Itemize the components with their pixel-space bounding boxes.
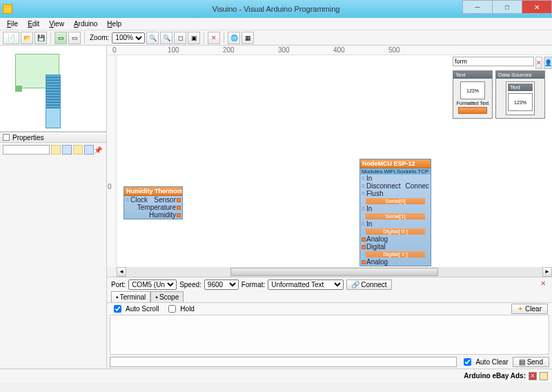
status-bar: Arduino eBay Ads: × — [0, 369, 552, 382]
new-button[interactable]: 📄 — [3, 32, 19, 44]
properties-toolbar: 📌 — [0, 143, 106, 157]
design-preview[interactable] — [0, 46, 106, 132]
ruler-horizontal: 0 100 200 300 400 500 — [107, 46, 552, 55]
zoom-actual-button[interactable]: ▣ — [188, 32, 200, 44]
terminal-panel: Port: COM5 (Unav Speed: 9600 Format: Unf… — [107, 277, 552, 369]
hold-checkbox[interactable]: Hold — [166, 303, 195, 315]
send-icon: ▤ — [519, 358, 525, 366]
zoom-out-button[interactable]: 🔍 — [160, 32, 172, 44]
clear-button[interactable]: ✦Clear — [511, 304, 548, 314]
status-ads-label: Arduino eBay Ads: — [464, 372, 526, 380]
menu-help[interactable]: Help — [103, 19, 126, 28]
pin-icon[interactable]: 📌 — [94, 146, 102, 154]
delete-button[interactable]: ✕ — [208, 32, 220, 44]
canvas-area: 0 100 200 300 400 500 0 Humidity Thermom… — [107, 46, 552, 369]
menu-arduino[interactable]: Arduino — [70, 19, 101, 28]
properties-label: Properties — [12, 134, 44, 141]
canvas-hscroll[interactable]: ◄ ► — [107, 267, 552, 277]
left-panel: Properties 📌 — [0, 46, 107, 369]
clear-icon: ✦ — [518, 305, 523, 313]
zoom-label: Zoom: — [90, 34, 109, 41]
chip-button[interactable]: ▦ — [241, 32, 254, 44]
link-icon: 🔗 — [351, 281, 359, 288]
zoom-region-button[interactable]: ▭ — [68, 32, 81, 44]
scope-icon: ▪ — [155, 293, 158, 301]
menu-file[interactable]: File — [3, 19, 22, 28]
close-button[interactable]: ✕ — [522, 0, 552, 14]
toolbox-search[interactable] — [453, 57, 534, 66]
toolbox-item[interactable]: 123% — [508, 93, 533, 111]
window-titlebar: Visuino - Visual Arduino Programming ─ □… — [0, 0, 552, 18]
tab-terminal[interactable]: ▪Terminal — [111, 291, 150, 302]
toolbox-clear-icon[interactable]: ✕ — [535, 57, 542, 69]
zoom-fit-button[interactable]: ◻ — [174, 32, 186, 44]
prop-icon-1[interactable] — [51, 145, 61, 155]
toolbox-group-text[interactable]: Text 123% Formatted Text — [453, 70, 493, 119]
autoclear-checkbox[interactable]: Auto Clear — [461, 356, 508, 368]
speed-label: Speed: — [179, 281, 201, 288]
status-close-icon[interactable]: × — [529, 372, 537, 380]
terminal-close-icon[interactable]: ✕ — [538, 280, 548, 289]
toolbox-btn1[interactable]: 👤 — [544, 57, 552, 69]
component-title: NodeMCU ESP-12 — [360, 159, 431, 168]
format-select[interactable]: Unformatted Text — [268, 280, 344, 290]
app-icon — [3, 4, 12, 14]
toolbox-group-data[interactable]: Data Sources Text 123% — [495, 70, 545, 119]
component-nodemcu[interactable]: NodeMCU ESP-12 Modules.WiFi.Sockets.TCP … — [359, 159, 431, 266]
zoom-select[interactable]: 100% — [112, 32, 145, 43]
scroll-right-icon[interactable]: ► — [542, 267, 552, 277]
ruler-vertical: 0 — [107, 55, 117, 267]
component-toolbox: ✕ 👤 ⊞ ⊡ Text 123% Formatted Text — [453, 57, 549, 119]
toolbox-item[interactable]: 123% — [460, 81, 485, 99]
status-settings-icon[interactable] — [540, 372, 548, 380]
format-label: Format: — [241, 281, 265, 288]
tab-scope[interactable]: ▪Scope — [150, 291, 184, 302]
terminal-input[interactable] — [110, 357, 457, 367]
properties-header[interactable]: Properties — [0, 132, 106, 143]
prop-icon-3[interactable] — [73, 145, 83, 155]
terminal-output[interactable] — [110, 315, 549, 355]
prop-icon-2[interactable] — [62, 145, 72, 155]
zoom-window-button[interactable]: ▭ — [55, 32, 67, 44]
window-title: Visuino - Visual Arduino Programming — [213, 5, 340, 13]
prop-icon-4[interactable] — [84, 145, 94, 155]
properties-filter[interactable] — [3, 145, 50, 155]
canvas[interactable]: Humidity Thermometer 1 ⎍Clock Sensor Tem… — [117, 55, 552, 267]
menu-edit[interactable]: Edit — [23, 19, 43, 28]
speed-select[interactable]: 9600 — [204, 280, 239, 290]
port-select[interactable]: COM5 (Unav — [128, 280, 177, 290]
save-button[interactable]: 💾 — [34, 32, 47, 44]
port-label: Port: — [111, 281, 126, 288]
menu-view[interactable]: View — [45, 19, 68, 28]
send-button[interactable]: ▤Send — [513, 357, 549, 367]
component-humidity-thermometer[interactable]: Humidity Thermometer 1 ⎍Clock Sensor Tem… — [124, 186, 183, 219]
minimize-button[interactable]: ─ — [462, 0, 493, 14]
connect-button[interactable]: 🔗Connect — [346, 280, 391, 290]
maximize-button[interactable]: □ — [492, 0, 522, 14]
properties-body — [0, 157, 106, 369]
zoom-in-button[interactable]: 🔍 — [146, 32, 159, 44]
web-button[interactable]: 🌐 — [228, 32, 240, 44]
component-title: Humidity Thermometer 1 — [124, 187, 182, 196]
menu-bar: File Edit View Arduino Help — [0, 18, 552, 30]
autoscroll-checkbox[interactable]: Auto Scroll — [111, 303, 159, 315]
scroll-left-icon[interactable]: ◄ — [117, 267, 126, 277]
toolbar: 📄 📂 💾 ▭ ▭ Zoom: 100% 🔍 🔍 ◻ ▣ ✕ 🌐 ▦ — [0, 30, 552, 46]
terminal-icon: ▪ — [116, 293, 119, 301]
open-button[interactable]: 📂 — [21, 32, 33, 44]
